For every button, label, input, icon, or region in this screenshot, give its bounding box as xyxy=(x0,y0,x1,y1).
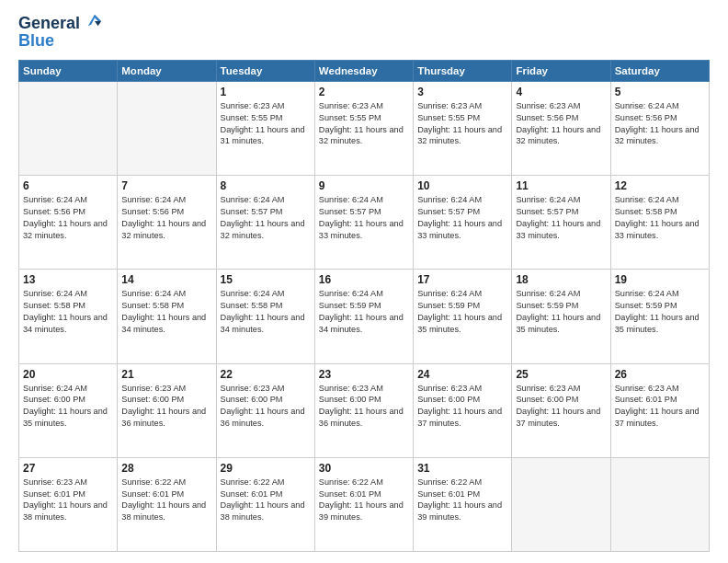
calendar-cell xyxy=(610,457,709,551)
day-number: 10 xyxy=(417,179,507,192)
cell-info: Sunrise: 6:24 AMSunset: 5:59 PMDaylight:… xyxy=(417,288,507,336)
day-number: 24 xyxy=(417,368,507,381)
col-monday: Monday xyxy=(118,60,216,81)
day-number: 5 xyxy=(615,86,705,98)
cell-info: Sunrise: 6:24 AMSunset: 5:57 PMDaylight:… xyxy=(319,194,409,242)
cell-info: Sunrise: 6:24 AMSunset: 5:56 PMDaylight:… xyxy=(23,194,113,242)
calendar-cell: 20Sunrise: 6:24 AMSunset: 6:00 PMDayligh… xyxy=(19,363,118,457)
cell-info: Sunrise: 6:22 AMSunset: 6:01 PMDaylight:… xyxy=(221,477,311,524)
calendar-cell: 23Sunrise: 6:23 AMSunset: 6:00 PMDayligh… xyxy=(314,363,413,457)
calendar-cell: 16Sunrise: 6:24 AMSunset: 5:59 PMDayligh… xyxy=(314,270,413,363)
logo-blue: Blue xyxy=(18,31,103,51)
day-number: 8 xyxy=(221,179,311,192)
col-friday: Friday xyxy=(512,60,610,81)
calendar-cell: 29Sunrise: 6:22 AMSunset: 6:01 PMDayligh… xyxy=(216,457,314,551)
logo: General Blue xyxy=(18,15,103,51)
day-number: 3 xyxy=(417,86,507,98)
cell-info: Sunrise: 6:23 AMSunset: 6:00 PMDaylight:… xyxy=(221,383,311,431)
day-number: 26 xyxy=(615,368,705,381)
cell-info: Sunrise: 6:24 AMSunset: 5:57 PMDaylight:… xyxy=(417,194,507,242)
day-number: 2 xyxy=(319,86,409,98)
cell-info: Sunrise: 6:24 AMSunset: 5:56 PMDaylight:… xyxy=(615,100,705,148)
day-number: 23 xyxy=(319,368,409,381)
calendar-table: Sunday Monday Tuesday Wednesday Thursday… xyxy=(18,60,710,552)
calendar-cell: 21Sunrise: 6:23 AMSunset: 6:00 PMDayligh… xyxy=(118,363,216,457)
day-number: 18 xyxy=(516,273,606,286)
col-thursday: Thursday xyxy=(414,60,512,81)
cell-info: Sunrise: 6:24 AMSunset: 5:56 PMDaylight:… xyxy=(121,194,211,242)
calendar-week-row: 1Sunrise: 6:23 AMSunset: 5:55 PMDaylight… xyxy=(19,81,710,175)
calendar-cell: 28Sunrise: 6:22 AMSunset: 6:01 PMDayligh… xyxy=(118,457,216,551)
svg-marker-1 xyxy=(95,21,101,26)
calendar-cell: 15Sunrise: 6:24 AMSunset: 5:58 PMDayligh… xyxy=(216,270,314,363)
cell-info: Sunrise: 6:24 AMSunset: 5:57 PMDaylight:… xyxy=(221,194,311,242)
calendar-cell: 3Sunrise: 6:23 AMSunset: 5:55 PMDaylight… xyxy=(414,81,512,175)
cell-info: Sunrise: 6:23 AMSunset: 5:55 PMDaylight:… xyxy=(319,100,409,148)
day-number: 28 xyxy=(121,462,211,475)
cell-info: Sunrise: 6:23 AMSunset: 6:00 PMDaylight:… xyxy=(319,383,409,431)
calendar-cell: 24Sunrise: 6:23 AMSunset: 6:00 PMDayligh… xyxy=(414,363,512,457)
day-number: 31 xyxy=(417,462,507,475)
cell-info: Sunrise: 6:24 AMSunset: 6:00 PMDaylight:… xyxy=(23,383,113,431)
calendar-cell: 10Sunrise: 6:24 AMSunset: 5:57 PMDayligh… xyxy=(414,176,512,270)
cell-info: Sunrise: 6:24 AMSunset: 5:59 PMDaylight:… xyxy=(516,288,606,336)
cell-info: Sunrise: 6:24 AMSunset: 5:57 PMDaylight:… xyxy=(516,194,606,242)
cell-info: Sunrise: 6:24 AMSunset: 5:59 PMDaylight:… xyxy=(319,288,409,336)
day-number: 29 xyxy=(221,462,311,475)
calendar-cell: 11Sunrise: 6:24 AMSunset: 5:57 PMDayligh… xyxy=(512,176,610,270)
calendar-week-row: 27Sunrise: 6:23 AMSunset: 6:01 PMDayligh… xyxy=(19,457,710,551)
calendar-cell: 5Sunrise: 6:24 AMSunset: 5:56 PMDaylight… xyxy=(610,81,709,175)
col-saturday: Saturday xyxy=(610,60,709,81)
calendar-cell: 22Sunrise: 6:23 AMSunset: 6:00 PMDayligh… xyxy=(216,363,314,457)
day-number: 25 xyxy=(516,368,606,381)
calendar-cell: 31Sunrise: 6:22 AMSunset: 6:01 PMDayligh… xyxy=(414,457,512,551)
calendar-cell: 27Sunrise: 6:23 AMSunset: 6:01 PMDayligh… xyxy=(19,457,118,551)
day-number: 4 xyxy=(516,86,606,98)
day-number: 11 xyxy=(516,179,606,192)
cell-info: Sunrise: 6:23 AMSunset: 6:00 PMDaylight:… xyxy=(516,383,606,431)
cell-info: Sunrise: 6:23 AMSunset: 6:01 PMDaylight:… xyxy=(23,477,113,524)
cell-info: Sunrise: 6:23 AMSunset: 5:55 PMDaylight:… xyxy=(417,100,507,148)
calendar-cell: 25Sunrise: 6:23 AMSunset: 6:00 PMDayligh… xyxy=(512,363,610,457)
calendar-cell: 2Sunrise: 6:23 AMSunset: 5:55 PMDaylight… xyxy=(314,81,413,175)
day-number: 19 xyxy=(615,273,705,286)
day-number: 17 xyxy=(417,273,507,286)
day-number: 27 xyxy=(23,462,113,475)
calendar-cell: 4Sunrise: 6:23 AMSunset: 5:56 PMDaylight… xyxy=(512,81,610,175)
cell-info: Sunrise: 6:22 AMSunset: 6:01 PMDaylight:… xyxy=(319,477,409,524)
logo-text: General xyxy=(18,15,103,33)
calendar-cell xyxy=(118,81,216,175)
cell-info: Sunrise: 6:24 AMSunset: 5:58 PMDaylight:… xyxy=(121,288,211,336)
cell-info: Sunrise: 6:24 AMSunset: 5:58 PMDaylight:… xyxy=(23,288,113,336)
col-wednesday: Wednesday xyxy=(314,60,413,81)
calendar-cell: 8Sunrise: 6:24 AMSunset: 5:57 PMDaylight… xyxy=(216,176,314,270)
day-number: 1 xyxy=(221,86,311,98)
cell-info: Sunrise: 6:24 AMSunset: 5:59 PMDaylight:… xyxy=(615,288,705,336)
day-number: 30 xyxy=(319,462,409,475)
calendar-cell: 1Sunrise: 6:23 AMSunset: 5:55 PMDaylight… xyxy=(216,81,314,175)
col-tuesday: Tuesday xyxy=(216,60,314,81)
calendar-week-row: 20Sunrise: 6:24 AMSunset: 6:00 PMDayligh… xyxy=(19,363,710,457)
calendar-cell: 18Sunrise: 6:24 AMSunset: 5:59 PMDayligh… xyxy=(512,270,610,363)
calendar-cell: 9Sunrise: 6:24 AMSunset: 5:57 PMDaylight… xyxy=(314,176,413,270)
cell-info: Sunrise: 6:23 AMSunset: 6:00 PMDaylight:… xyxy=(121,383,211,431)
calendar-week-row: 13Sunrise: 6:24 AMSunset: 5:58 PMDayligh… xyxy=(19,270,710,363)
cell-info: Sunrise: 6:24 AMSunset: 5:58 PMDaylight:… xyxy=(221,288,311,336)
page: General Blue Sunday Monday Tuesday xyxy=(0,0,728,563)
cell-info: Sunrise: 6:22 AMSunset: 6:01 PMDaylight:… xyxy=(121,477,211,524)
col-sunday: Sunday xyxy=(19,60,118,81)
day-number: 20 xyxy=(23,368,113,381)
cell-info: Sunrise: 6:23 AMSunset: 5:55 PMDaylight:… xyxy=(221,100,311,148)
calendar-header-row: Sunday Monday Tuesday Wednesday Thursday… xyxy=(19,60,710,81)
header: General Blue xyxy=(18,15,710,51)
day-number: 16 xyxy=(319,273,409,286)
calendar-cell: 7Sunrise: 6:24 AMSunset: 5:56 PMDaylight… xyxy=(118,176,216,270)
calendar-cell: 6Sunrise: 6:24 AMSunset: 5:56 PMDaylight… xyxy=(19,176,118,270)
calendar-cell: 26Sunrise: 6:23 AMSunset: 6:01 PMDayligh… xyxy=(610,363,709,457)
calendar-cell: 14Sunrise: 6:24 AMSunset: 5:58 PMDayligh… xyxy=(118,270,216,363)
calendar-week-row: 6Sunrise: 6:24 AMSunset: 5:56 PMDaylight… xyxy=(19,176,710,270)
day-number: 12 xyxy=(615,179,705,192)
calendar-cell: 19Sunrise: 6:24 AMSunset: 5:59 PMDayligh… xyxy=(610,270,709,363)
calendar-cell: 13Sunrise: 6:24 AMSunset: 5:58 PMDayligh… xyxy=(19,270,118,363)
cell-info: Sunrise: 6:24 AMSunset: 5:58 PMDaylight:… xyxy=(615,194,705,242)
